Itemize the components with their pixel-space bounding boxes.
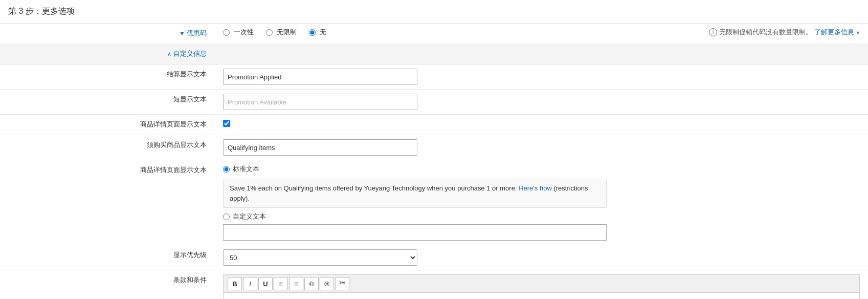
coupon-collapse-icon[interactable]: ▼ bbox=[179, 30, 185, 36]
short-display-input[interactable] bbox=[223, 94, 417, 110]
must-buy-row: 须购买商品显示文本 bbox=[0, 135, 868, 160]
toolbar-trademark-button[interactable]: ™ bbox=[335, 277, 349, 290]
toolbar-italic-button[interactable]: I bbox=[243, 277, 257, 290]
terms-editor[interactable]: To receive the Best Value discount: 1. A… bbox=[223, 292, 860, 299]
toolbar-bold-button[interactable]: B bbox=[228, 277, 242, 290]
custom-info-collapse-icon[interactable]: ∧ bbox=[167, 51, 171, 57]
coupon-note-text: 无限制促销代码没有数量限制。 bbox=[719, 28, 812, 37]
learn-more-link[interactable]: 了解更多信息 bbox=[814, 28, 854, 37]
coupon-none-option[interactable]: 无 bbox=[309, 28, 326, 37]
terms-value: B I U ≡ ≡ © ® ™ To receive the Best Valu… bbox=[215, 270, 868, 299]
coupon-section-label: 优惠码 bbox=[187, 29, 207, 37]
coupon-unlimited-radio[interactable] bbox=[266, 29, 273, 36]
toolbar-underline-button[interactable]: U bbox=[258, 277, 273, 290]
display-priority-row: 显示优先级 50 bbox=[0, 245, 868, 270]
coupon-one-time-radio[interactable] bbox=[223, 29, 230, 36]
coupon-unlimited-option[interactable]: 无限制 bbox=[266, 28, 297, 37]
terms-row: 条款和条件 B I U ≡ ≡ © ® ™ To receive the Bes… bbox=[0, 270, 868, 299]
standard-text-content: Save 1% each on Qualifying items offered… bbox=[223, 179, 607, 208]
checkout-display-label: 结算显示文本 bbox=[0, 65, 215, 84]
toolbar-registered-button[interactable]: ® bbox=[320, 277, 334, 290]
custom-text-radio-label: 自定义文本 bbox=[233, 212, 266, 221]
form-container: ▼ 优惠码 一次性 无限制 无 i 无限制促销代码没有数量限制。 了解更多信息 … bbox=[0, 24, 868, 299]
toolbar-ordered-list-button[interactable]: ≡ bbox=[274, 277, 288, 290]
standard-text-radio-label: 标准文本 bbox=[233, 164, 259, 174]
toolbar-copyright-button[interactable]: © bbox=[304, 277, 319, 290]
checkout-display-input[interactable] bbox=[223, 69, 417, 85]
display-priority-label: 显示优先级 bbox=[0, 245, 215, 265]
coupon-options: 一次性 无限制 无 i 无限制促销代码没有数量限制。 了解更多信息 ∨ bbox=[215, 24, 868, 41]
product-detail-text-value: 标准文本 Save 1% each on Qualifying items of… bbox=[215, 160, 868, 245]
custom-info-section-header: ∧ 自定义信息 bbox=[0, 44, 868, 65]
product-detail-checkbox-label: 商品详情页面显示文本 bbox=[0, 115, 215, 134]
checkout-display-row: 结算显示文本 bbox=[0, 65, 868, 90]
must-buy-label: 须购买商品显示文本 bbox=[0, 135, 215, 155]
toolbar-unordered-list-button[interactable]: ≡ bbox=[289, 277, 303, 290]
product-detail-text-row: 商品详情页面显示文本 标准文本 Save 1% each on Qualifyi… bbox=[0, 160, 868, 245]
coupon-unlimited-label: 无限制 bbox=[277, 28, 297, 37]
coupon-label: ▼ 优惠码 bbox=[0, 24, 215, 43]
product-detail-checkbox-row: 商品详情页面显示文本 bbox=[0, 115, 868, 135]
terms-toolbar: B I U ≡ ≡ © ® ™ bbox=[223, 274, 860, 292]
page-title: 第 3 步：更多选项 bbox=[0, 0, 868, 24]
custom-text-radio[interactable] bbox=[223, 213, 230, 220]
must-buy-value bbox=[215, 135, 868, 160]
custom-info-label: ∧ 自定义信息 bbox=[0, 44, 215, 63]
short-display-row: 短显示文本 bbox=[0, 90, 868, 115]
coupon-row: ▼ 优惠码 一次性 无限制 无 i 无限制促销代码没有数量限制。 了解更多信息 … bbox=[0, 24, 868, 44]
standard-text-body: Save 1% each on Qualifying items offered… bbox=[230, 184, 517, 192]
product-detail-checkbox[interactable] bbox=[223, 120, 230, 127]
custom-text-option[interactable]: 自定义文本 bbox=[223, 212, 266, 221]
coupon-none-radio[interactable] bbox=[309, 29, 316, 36]
custom-info-section-label: 自定义信息 bbox=[173, 50, 207, 57]
coupon-one-time-option[interactable]: 一次性 bbox=[223, 28, 254, 37]
display-priority-select[interactable]: 50 bbox=[223, 249, 417, 266]
checkout-display-value bbox=[215, 65, 868, 89]
short-display-value bbox=[215, 90, 868, 114]
custom-text-input[interactable] bbox=[223, 224, 607, 241]
info-icon: i bbox=[709, 28, 717, 36]
short-display-label: 短显示文本 bbox=[0, 90, 215, 109]
custom-info-value bbox=[215, 44, 868, 52]
must-buy-input[interactable] bbox=[223, 139, 417, 156]
standard-text-option[interactable]: 标准文本 bbox=[223, 164, 259, 174]
heres-how-link[interactable]: Here's how bbox=[519, 184, 552, 192]
product-detail-text-label: 商品详情页面显示文本 bbox=[0, 160, 215, 180]
terms-label: 条款和条件 bbox=[0, 270, 215, 290]
coupon-none-label: 无 bbox=[320, 28, 326, 37]
coupon-info-note: i 无限制促销代码没有数量限制。 了解更多信息 ∨ bbox=[709, 28, 860, 37]
display-priority-value: 50 bbox=[215, 245, 868, 270]
product-detail-checkbox-value bbox=[215, 115, 868, 131]
standard-text-radio[interactable] bbox=[223, 166, 230, 173]
coupon-one-time-label: 一次性 bbox=[234, 28, 254, 37]
learn-more-chevron: ∨ bbox=[856, 30, 860, 35]
